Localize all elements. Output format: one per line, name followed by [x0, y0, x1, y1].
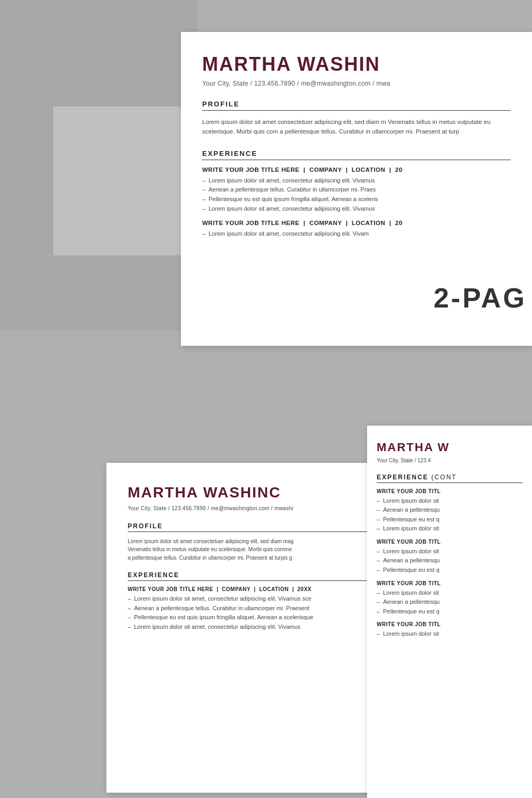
job-bullets-1: Lorem ipsum dolor sit amet, consectetur … — [202, 176, 511, 213]
job-bullets-2b-1: Lorem ipsum dolor sit Aenean a pellentes… — [377, 496, 522, 534]
bullet-2a-1-3: Pellentesque eu est quis ipsum fringilla… — [128, 613, 367, 622]
experience-heading-2a: EXPERIENCE — [128, 571, 367, 581]
job-bullets-2a-1: Lorem ipsum dolor sit amet, consectetur … — [128, 594, 367, 631]
job-title-2a-1: WRITE YOUR JOB TITLE HERE | COMPANY | LO… — [128, 586, 367, 592]
two-page-label: 2-PAG — [434, 282, 532, 314]
b-2b-2-2: Aenean a pellentesqu — [377, 556, 522, 566]
b-2b-3-1: Lorem ipsum dolor sit — [377, 588, 522, 598]
job-2b-1: WRITE YOUR JOB TITL Lorem ipsum dolor si… — [377, 488, 522, 534]
job-entry-2a-1: WRITE YOUR JOB TITLE HERE | COMPANY | LO… — [128, 586, 367, 631]
resume-name-2a: MARTHA WASHINC — [128, 484, 367, 501]
b-2b-3-2: Aenean a pellentesqu — [377, 597, 522, 607]
job-bullets-2b-4: Lorem ipsum dolor sit — [377, 629, 522, 639]
b-2b-1-3: Pellentesque eu est q — [377, 515, 522, 525]
b-2b-3-3: Pellentesque eu est q — [377, 607, 522, 617]
resume-name-1: MARTHA WASHIN — [202, 53, 511, 76]
b-2b-1-1: Lorem ipsum dolor sit — [377, 496, 522, 506]
job-title-1: WRITE YOUR JOB TITLE HERE | COMPANY | LO… — [202, 167, 511, 173]
job-title-2: WRITE YOUR JOB TITLE HERE | COMPANY | LO… — [202, 220, 511, 226]
profile-heading-2a: PROFILE — [128, 522, 367, 532]
job-title-2b-3: WRITE YOUR JOB TITL — [377, 580, 522, 586]
b-2b-2-1: Lorem ipsum dolor sit — [377, 547, 522, 556]
resume-contact-1: Your City, State / 123.456.7890 / me@mwa… — [202, 80, 511, 87]
job-title-2b-1: WRITE YOUR JOB TITL — [377, 488, 522, 494]
resume-name-2b: MARTHA W — [377, 440, 522, 454]
b-2b-2-3: Pellentesque eu est q — [377, 566, 522, 575]
bullet-2a-1-1: Lorem ipsum dolor sit amet, consectetur … — [128, 594, 367, 604]
bullet-1-2: Aenean a pellentesque tellus. Curabitur … — [202, 185, 511, 195]
profile-heading-1: PROFILE — [202, 100, 511, 111]
resume-contact-2a: Your City, State / 123.456.7890 / me@mwa… — [128, 504, 367, 513]
bullet-2-1: Lorem ipsum dolor sit amet, consectetur … — [202, 229, 511, 239]
bullet-2a-1-4: Lorem ipsum dolor sit amet, consectetur … — [128, 622, 367, 632]
bullet-1-4: Lorem ipsum dolor sit amet, consectetur … — [202, 204, 511, 214]
resume-page-2a: MARTHA WASHINC Your City, State / 123.45… — [106, 463, 388, 793]
experience-heading-2b: EXPERIENCE (cont — [377, 473, 522, 483]
b-2b-1-2: Aenean a pellentesqu — [377, 505, 522, 515]
resume-contact-2b: Your City, State / 123.4 — [377, 456, 522, 465]
profile-text-1: Lorem ipsum dolor sit amet consectetuer … — [202, 117, 511, 137]
b-2b-1-4: Lorem ipsum dolor sit — [377, 524, 522, 534]
bullet-1-3: Pellentesque eu est quis ipsum fringilla… — [202, 195, 511, 204]
job-2b-3: WRITE YOUR JOB TITL Lorem ipsum dolor si… — [377, 580, 522, 617]
background-block-mid — [53, 106, 192, 255]
resume-page-2b: MARTHA W Your City, State / 123.4 EXPERI… — [367, 426, 532, 798]
job-entry-2: WRITE YOUR JOB TITLE HERE | COMPANY | LO… — [202, 220, 511, 239]
bullet-2a-1-2: Aenean a pellentesque tellus. Curabitur … — [128, 604, 367, 613]
job-entry-1: WRITE YOUR JOB TITLE HERE | COMPANY | LO… — [202, 167, 511, 213]
job-2b-4: WRITE YOUR JOB TITL Lorem ipsum dolor si… — [377, 621, 522, 639]
job-2b-2: WRITE YOUR JOB TITL Lorem ipsum dolor si… — [377, 539, 522, 575]
job-bullets-2: Lorem ipsum dolor sit amet, consectetur … — [202, 229, 511, 239]
experience-heading-1: EXPERIENCE — [202, 149, 511, 160]
job-title-2b-2: WRITE YOUR JOB TITL — [377, 539, 522, 545]
job-bullets-2b-2: Lorem ipsum dolor sit Aenean a pellentes… — [377, 547, 522, 575]
b-2b-4-1: Lorem ipsum dolor sit — [377, 629, 522, 639]
job-bullets-2b-3: Lorem ipsum dolor sit Aenean a pellentes… — [377, 588, 522, 617]
bullet-1-1: Lorem ipsum dolor sit amet, consectetur … — [202, 176, 511, 186]
profile-text-2a: Lorem ipsum dolor sit amet consectetuer … — [128, 537, 367, 562]
job-title-2b-4: WRITE YOUR JOB TITL — [377, 621, 522, 627]
